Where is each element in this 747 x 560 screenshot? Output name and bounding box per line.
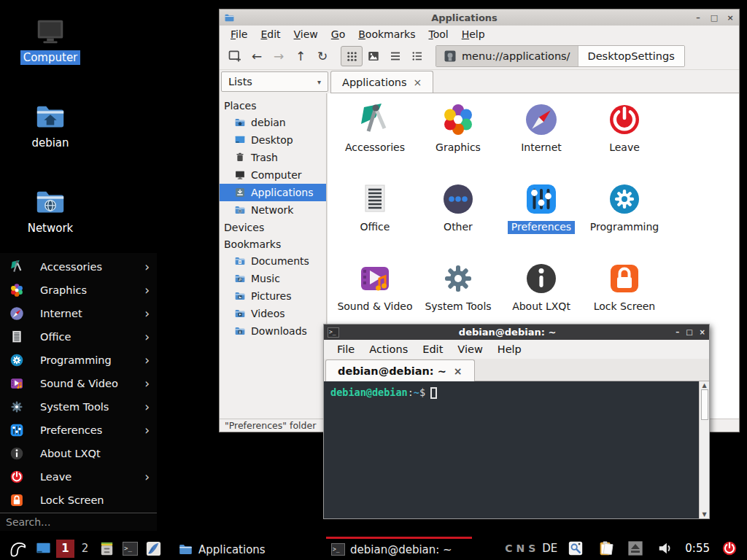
sidebar-item-network[interactable]: Network <box>220 201 326 219</box>
path-segment-desktopsettings[interactable]: DesktopSettings <box>578 46 684 66</box>
show-desktop-button[interactable] <box>31 537 55 560</box>
icon-view-button[interactable] <box>341 46 363 66</box>
workspace-2-button[interactable]: 2 <box>76 540 94 558</box>
clock[interactable]: 0:55 <box>685 542 710 555</box>
thumbnail-view-button[interactable] <box>363 46 384 66</box>
side-pane-mode-select[interactable]: Lists ▾ <box>221 71 328 92</box>
sidebar-item-pictures[interactable]: Pictures <box>220 287 326 305</box>
sidebar-item-trash[interactable]: Trash <box>220 149 326 166</box>
app-category-preferences[interactable]: Preferences <box>500 182 583 261</box>
path-segment-root[interactable]: menu://applications/ <box>436 46 578 66</box>
new-tab-button[interactable] <box>224 46 246 66</box>
terminal-menu-help[interactable]: Help <box>490 342 529 357</box>
file-manager-launcher[interactable] <box>95 537 119 560</box>
fm-menu-tool[interactable]: Tool <box>422 27 454 42</box>
app-category-leave[interactable]: Leave <box>583 102 666 182</box>
sidebar-item-computer[interactable]: Computer <box>220 166 326 184</box>
terminal-content[interactable]: debian@debian:~$ ▲ ▼ <box>324 381 709 518</box>
fm-titlebar[interactable]: Applications – □ × <box>220 9 739 26</box>
terminal-tab[interactable]: debian@debian: ~ × <box>325 359 475 381</box>
refresh-button[interactable]: ↻ <box>311 46 333 66</box>
submenu-arrow-icon: › <box>144 331 150 343</box>
menu-item-lock-screen[interactable]: Lock Screen <box>0 489 157 512</box>
detailed-list-button[interactable] <box>384 46 406 66</box>
fm-menu-bookmarks[interactable]: Bookmarks <box>352 27 422 42</box>
compact-view-button[interactable] <box>406 46 428 66</box>
fm-menu-file[interactable]: File <box>224 27 254 42</box>
terminal-menu-edit[interactable]: Edit <box>415 342 450 357</box>
menu-search-input[interactable]: Search... <box>0 513 157 531</box>
removable-media-tray-icon[interactable] <box>624 537 647 560</box>
fm-menu-help[interactable]: Help <box>455 27 492 42</box>
menu-item-graphics[interactable]: Graphics › <box>0 279 157 302</box>
sidebar-item-debian[interactable]: debian <box>220 114 326 131</box>
featherpad-launcher[interactable] <box>142 537 166 560</box>
sidebar-item-desktop[interactable]: Desktop <box>220 131 326 149</box>
terminal-tabbar: debian@debian: ~ × <box>324 359 709 381</box>
terminal-launcher[interactable]: >_ <box>119 537 142 560</box>
keyboard-layout-indicator[interactable]: DE <box>542 542 557 555</box>
fm-menu-edit[interactable]: Edit <box>254 27 287 42</box>
app-category-graphics[interactable]: Graphics <box>417 102 500 182</box>
desktop-icon-network[interactable]: Network <box>17 185 84 236</box>
sidebar-item-music[interactable]: Music <box>220 270 326 287</box>
fm-menu-view[interactable]: View <box>287 27 325 42</box>
sidebar-item-applications[interactable]: Applications <box>220 184 326 201</box>
menu-item-preferences[interactable]: Preferences › <box>0 419 157 442</box>
keyboard-indicator: C N S <box>505 542 535 554</box>
fm-tab-applications[interactable]: Applications × <box>330 71 433 93</box>
close-icon[interactable]: × <box>700 328 705 336</box>
app-category-other[interactable]: Other <box>417 182 500 261</box>
tab-close-icon[interactable]: × <box>414 77 422 88</box>
start-menu-button[interactable] <box>4 537 31 560</box>
menu-item-leave[interactable]: Leave › <box>0 465 157 489</box>
scroll-down-icon[interactable]: ▼ <box>702 511 706 518</box>
taskbar-task-terminal[interactable]: >_ debian@debian: ~ <box>326 537 472 560</box>
scrollbar-thumb[interactable] <box>701 389 708 420</box>
terminal-menu-view[interactable]: View <box>450 342 489 357</box>
workspace-1-button[interactable]: 1 <box>56 540 74 558</box>
power-button[interactable] <box>718 537 741 560</box>
forward-button[interactable]: → <box>268 46 290 66</box>
menu-item-office[interactable]: Office › <box>0 325 157 349</box>
sidebar-item-downloads[interactable]: Downloads <box>220 322 326 340</box>
menu-item-sound-video[interactable]: Sound & Video › <box>0 372 157 395</box>
app-category-internet[interactable]: Internet <box>500 102 583 182</box>
minimize-icon[interactable]: – <box>676 328 679 336</box>
pictures-folder-icon <box>234 290 246 302</box>
desktop-icon-debian[interactable]: debian <box>17 100 84 150</box>
app-category-office[interactable]: Office <box>333 182 417 261</box>
menu-item-programming[interactable]: Programming › <box>0 349 157 372</box>
screenshot-tray-icon[interactable] <box>564 537 587 560</box>
app-category-programming[interactable]: Programming <box>583 182 666 261</box>
taskbar-task-applications[interactable]: Applications <box>173 537 319 560</box>
terminal-titlebar[interactable]: >_ debian@debian: ~ – □ × <box>324 324 709 340</box>
terminal-menu-actions[interactable]: Actions <box>362 342 415 357</box>
up-button[interactable]: ↑ <box>290 46 311 66</box>
path-bar: menu://applications/ DesktopSettings <box>436 45 685 67</box>
submenu-arrow-icon: › <box>144 378 150 390</box>
tab-close-icon[interactable]: × <box>454 365 462 377</box>
terminal-menu-file[interactable]: File <box>330 342 362 357</box>
scroll-up-icon[interactable]: ▲ <box>702 382 706 389</box>
desktop-icon-computer[interactable]: Computer <box>17 15 84 65</box>
maximize-icon[interactable]: □ <box>686 328 692 336</box>
menu-item-internet[interactable]: Internet › <box>0 302 157 325</box>
menu-item-accessories[interactable]: Accessories › <box>0 255 157 279</box>
terminal-output[interactable]: debian@debian:~$ <box>324 381 699 518</box>
menu-item-about-lxqt[interactable]: About LXQt <box>0 442 157 465</box>
clipboard-tray-icon[interactable] <box>594 537 617 560</box>
sound-video-icon <box>357 261 392 296</box>
sidebar-item-documents[interactable]: Documents <box>220 252 326 270</box>
terminal-scrollbar[interactable]: ▲ ▼ <box>699 381 709 518</box>
close-icon[interactable]: × <box>726 13 735 23</box>
fm-menu-go[interactable]: Go <box>325 27 352 42</box>
minimize-icon[interactable]: – <box>694 13 703 23</box>
maximize-icon[interactable]: □ <box>710 13 719 23</box>
app-category-accessories[interactable]: Accessories <box>333 102 417 182</box>
back-button[interactable]: ← <box>246 46 268 66</box>
sidebar-item-label: Pictures <box>251 290 291 302</box>
sidebar-item-videos[interactable]: Videos <box>220 305 326 322</box>
menu-item-system-tools[interactable]: System Tools › <box>0 395 157 419</box>
volume-tray-icon[interactable] <box>654 537 677 560</box>
